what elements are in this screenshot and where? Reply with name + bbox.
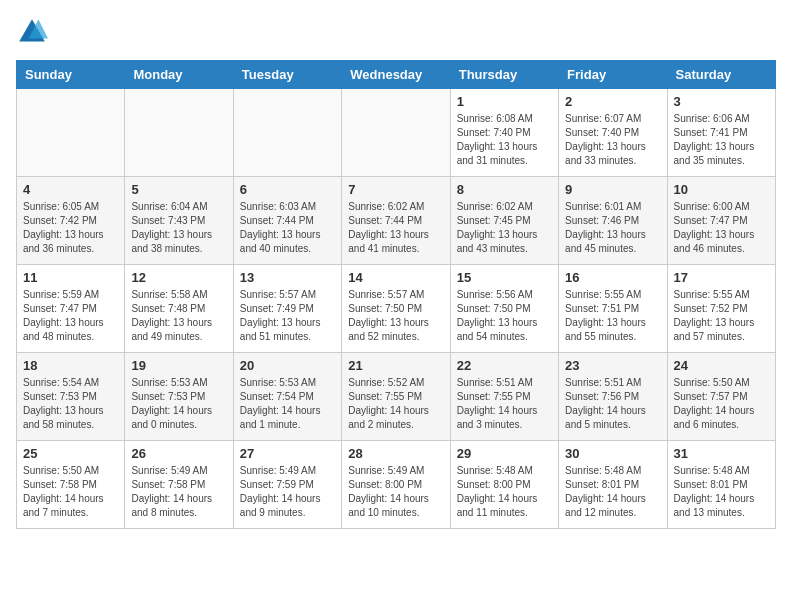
day-info: Sunrise: 5:51 AM Sunset: 7:56 PM Dayligh… <box>565 376 660 432</box>
day-number: 15 <box>457 270 552 285</box>
day-cell: 9Sunrise: 6:01 AM Sunset: 7:46 PM Daylig… <box>559 177 667 265</box>
day-cell: 1Sunrise: 6:08 AM Sunset: 7:40 PM Daylig… <box>450 89 558 177</box>
day-cell: 30Sunrise: 5:48 AM Sunset: 8:01 PM Dayli… <box>559 441 667 529</box>
day-cell: 10Sunrise: 6:00 AM Sunset: 7:47 PM Dayli… <box>667 177 775 265</box>
week-row-1: 1Sunrise: 6:08 AM Sunset: 7:40 PM Daylig… <box>17 89 776 177</box>
day-number: 3 <box>674 94 769 109</box>
day-cell: 23Sunrise: 5:51 AM Sunset: 7:56 PM Dayli… <box>559 353 667 441</box>
day-cell: 4Sunrise: 6:05 AM Sunset: 7:42 PM Daylig… <box>17 177 125 265</box>
day-number: 1 <box>457 94 552 109</box>
day-info: Sunrise: 5:52 AM Sunset: 7:55 PM Dayligh… <box>348 376 443 432</box>
day-number: 9 <box>565 182 660 197</box>
day-cell: 18Sunrise: 5:54 AM Sunset: 7:53 PM Dayli… <box>17 353 125 441</box>
day-number: 7 <box>348 182 443 197</box>
day-cell: 6Sunrise: 6:03 AM Sunset: 7:44 PM Daylig… <box>233 177 341 265</box>
day-info: Sunrise: 6:00 AM Sunset: 7:47 PM Dayligh… <box>674 200 769 256</box>
day-number: 10 <box>674 182 769 197</box>
day-info: Sunrise: 6:03 AM Sunset: 7:44 PM Dayligh… <box>240 200 335 256</box>
day-cell: 21Sunrise: 5:52 AM Sunset: 7:55 PM Dayli… <box>342 353 450 441</box>
day-cell: 20Sunrise: 5:53 AM Sunset: 7:54 PM Dayli… <box>233 353 341 441</box>
day-cell: 19Sunrise: 5:53 AM Sunset: 7:53 PM Dayli… <box>125 353 233 441</box>
header-cell-wednesday: Wednesday <box>342 61 450 89</box>
header-cell-monday: Monday <box>125 61 233 89</box>
day-number: 2 <box>565 94 660 109</box>
day-info: Sunrise: 6:05 AM Sunset: 7:42 PM Dayligh… <box>23 200 118 256</box>
day-info: Sunrise: 6:04 AM Sunset: 7:43 PM Dayligh… <box>131 200 226 256</box>
day-cell <box>342 89 450 177</box>
day-cell: 25Sunrise: 5:50 AM Sunset: 7:58 PM Dayli… <box>17 441 125 529</box>
day-number: 23 <box>565 358 660 373</box>
day-info: Sunrise: 5:59 AM Sunset: 7:47 PM Dayligh… <box>23 288 118 344</box>
logo-icon <box>16 16 48 48</box>
day-cell: 17Sunrise: 5:55 AM Sunset: 7:52 PM Dayli… <box>667 265 775 353</box>
day-info: Sunrise: 5:54 AM Sunset: 7:53 PM Dayligh… <box>23 376 118 432</box>
week-row-2: 4Sunrise: 6:05 AM Sunset: 7:42 PM Daylig… <box>17 177 776 265</box>
day-cell: 15Sunrise: 5:56 AM Sunset: 7:50 PM Dayli… <box>450 265 558 353</box>
day-info: Sunrise: 5:56 AM Sunset: 7:50 PM Dayligh… <box>457 288 552 344</box>
day-cell: 27Sunrise: 5:49 AM Sunset: 7:59 PM Dayli… <box>233 441 341 529</box>
day-number: 29 <box>457 446 552 461</box>
day-number: 16 <box>565 270 660 285</box>
day-info: Sunrise: 6:02 AM Sunset: 7:44 PM Dayligh… <box>348 200 443 256</box>
day-number: 17 <box>674 270 769 285</box>
day-number: 4 <box>23 182 118 197</box>
day-number: 31 <box>674 446 769 461</box>
day-cell: 22Sunrise: 5:51 AM Sunset: 7:55 PM Dayli… <box>450 353 558 441</box>
day-info: Sunrise: 5:48 AM Sunset: 8:00 PM Dayligh… <box>457 464 552 520</box>
header-cell-thursday: Thursday <box>450 61 558 89</box>
day-cell: 28Sunrise: 5:49 AM Sunset: 8:00 PM Dayli… <box>342 441 450 529</box>
day-number: 22 <box>457 358 552 373</box>
header-cell-friday: Friday <box>559 61 667 89</box>
day-number: 18 <box>23 358 118 373</box>
day-cell: 11Sunrise: 5:59 AM Sunset: 7:47 PM Dayli… <box>17 265 125 353</box>
header-row: SundayMondayTuesdayWednesdayThursdayFrid… <box>17 61 776 89</box>
day-info: Sunrise: 6:02 AM Sunset: 7:45 PM Dayligh… <box>457 200 552 256</box>
day-info: Sunrise: 5:49 AM Sunset: 8:00 PM Dayligh… <box>348 464 443 520</box>
week-row-4: 18Sunrise: 5:54 AM Sunset: 7:53 PM Dayli… <box>17 353 776 441</box>
day-info: Sunrise: 5:48 AM Sunset: 8:01 PM Dayligh… <box>565 464 660 520</box>
day-info: Sunrise: 5:53 AM Sunset: 7:54 PM Dayligh… <box>240 376 335 432</box>
day-number: 8 <box>457 182 552 197</box>
day-info: Sunrise: 5:58 AM Sunset: 7:48 PM Dayligh… <box>131 288 226 344</box>
day-info: Sunrise: 5:48 AM Sunset: 8:01 PM Dayligh… <box>674 464 769 520</box>
day-cell <box>125 89 233 177</box>
day-number: 27 <box>240 446 335 461</box>
day-cell: 7Sunrise: 6:02 AM Sunset: 7:44 PM Daylig… <box>342 177 450 265</box>
day-number: 20 <box>240 358 335 373</box>
day-number: 25 <box>23 446 118 461</box>
day-cell: 14Sunrise: 5:57 AM Sunset: 7:50 PM Dayli… <box>342 265 450 353</box>
day-number: 5 <box>131 182 226 197</box>
day-cell <box>17 89 125 177</box>
header-cell-tuesday: Tuesday <box>233 61 341 89</box>
day-cell: 12Sunrise: 5:58 AM Sunset: 7:48 PM Dayli… <box>125 265 233 353</box>
day-cell: 3Sunrise: 6:06 AM Sunset: 7:41 PM Daylig… <box>667 89 775 177</box>
day-number: 21 <box>348 358 443 373</box>
day-info: Sunrise: 6:07 AM Sunset: 7:40 PM Dayligh… <box>565 112 660 168</box>
week-row-5: 25Sunrise: 5:50 AM Sunset: 7:58 PM Dayli… <box>17 441 776 529</box>
day-info: Sunrise: 5:55 AM Sunset: 7:51 PM Dayligh… <box>565 288 660 344</box>
day-number: 28 <box>348 446 443 461</box>
day-cell: 29Sunrise: 5:48 AM Sunset: 8:00 PM Dayli… <box>450 441 558 529</box>
day-info: Sunrise: 5:53 AM Sunset: 7:53 PM Dayligh… <box>131 376 226 432</box>
day-info: Sunrise: 5:49 AM Sunset: 7:59 PM Dayligh… <box>240 464 335 520</box>
calendar-body: 1Sunrise: 6:08 AM Sunset: 7:40 PM Daylig… <box>17 89 776 529</box>
day-cell: 24Sunrise: 5:50 AM Sunset: 7:57 PM Dayli… <box>667 353 775 441</box>
day-number: 30 <box>565 446 660 461</box>
calendar-header: SundayMondayTuesdayWednesdayThursdayFrid… <box>17 61 776 89</box>
day-info: Sunrise: 6:01 AM Sunset: 7:46 PM Dayligh… <box>565 200 660 256</box>
page-header <box>16 16 776 48</box>
logo <box>16 16 52 48</box>
day-info: Sunrise: 5:49 AM Sunset: 7:58 PM Dayligh… <box>131 464 226 520</box>
day-info: Sunrise: 5:57 AM Sunset: 7:50 PM Dayligh… <box>348 288 443 344</box>
day-cell: 13Sunrise: 5:57 AM Sunset: 7:49 PM Dayli… <box>233 265 341 353</box>
day-number: 26 <box>131 446 226 461</box>
header-cell-sunday: Sunday <box>17 61 125 89</box>
day-cell <box>233 89 341 177</box>
day-number: 6 <box>240 182 335 197</box>
day-cell: 2Sunrise: 6:07 AM Sunset: 7:40 PM Daylig… <box>559 89 667 177</box>
day-cell: 5Sunrise: 6:04 AM Sunset: 7:43 PM Daylig… <box>125 177 233 265</box>
day-info: Sunrise: 6:06 AM Sunset: 7:41 PM Dayligh… <box>674 112 769 168</box>
day-info: Sunrise: 5:50 AM Sunset: 7:57 PM Dayligh… <box>674 376 769 432</box>
day-number: 19 <box>131 358 226 373</box>
day-number: 13 <box>240 270 335 285</box>
